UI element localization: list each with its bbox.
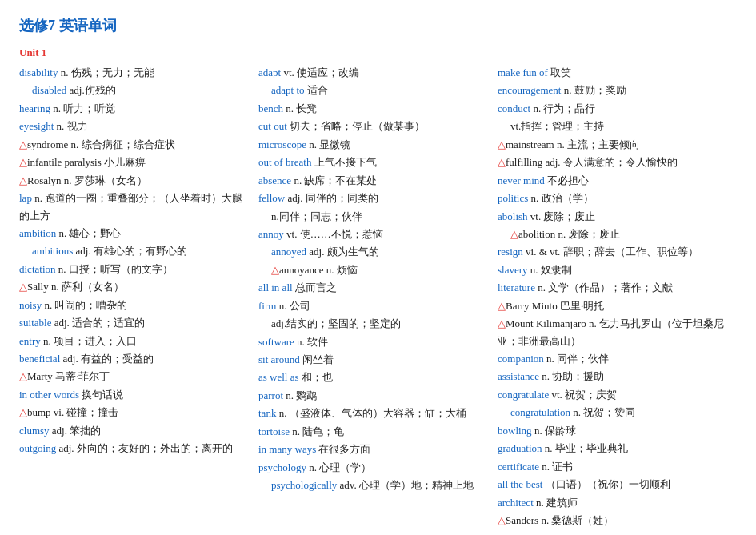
entry: △Rosalyn n. 罗莎琳（女名） — [19, 172, 250, 189]
entry: △Mount Kilimanjaro n. 乞力马扎罗山（位于坦桑尼亚；非洲最高… — [498, 315, 729, 349]
entry: architect n. 建筑师 — [498, 494, 729, 511]
entry: as well as 和；也 — [258, 369, 490, 385]
entry: △Sally n. 萨利（女名） — [19, 278, 250, 295]
main-content: disability n. 伤残；无力；无能disabled adj.伤残的he… — [19, 64, 737, 529]
entry: ambitious adj. 有雄心的；有野心的 — [19, 242, 250, 259]
entry: bowling n. 保龄球 — [498, 422, 729, 439]
entry: make fun of 取笑 — [498, 64, 729, 81]
entry: n.同伴；同志；伙伴 — [258, 208, 490, 225]
entry: △bump vi. 碰撞；撞击 — [19, 404, 250, 421]
entry: annoyed adj. 颇为生气的 — [258, 243, 490, 260]
entry: all the best （口语）（祝你）一切顺利 — [498, 476, 729, 493]
entry: in other words 换句话说 — [19, 386, 250, 403]
entry: dictation n. 口授；听写（的文字） — [19, 261, 250, 277]
entry: parrot n. 鹦鹉 — [258, 387, 490, 404]
entry: △mainstream n. 主流；主要倾向 — [498, 136, 729, 153]
entry: suitable adj. 适合的；适宜的 — [19, 314, 250, 331]
entry: assistance n. 协助；援助 — [498, 368, 729, 385]
entry: vt.指挥；管理；主持 — [498, 118, 729, 134]
entry: ambition n. 雄心；野心 — [19, 225, 250, 242]
entry: disability n. 伤残；无力；无能 — [19, 64, 250, 81]
entry: politics n. 政治（学） — [498, 190, 729, 206]
entry: adapt vt. 使适应；改编 — [258, 64, 490, 81]
entry: clumsy adj. 笨拙的 — [19, 422, 250, 439]
entry: lap n. 跑道的一圈；重叠部分；（人坐着时）大腿的上方 — [19, 190, 250, 224]
entry: congratulate vt. 祝贺；庆贺 — [498, 386, 729, 403]
entry: tank n. （盛液体、气体的）大容器；缸；大桶 — [258, 405, 490, 421]
entry: fellow adj. 同伴的；同类的 — [258, 190, 490, 206]
entry: abolish vt. 废除；废止 — [498, 208, 729, 225]
entry: absence n. 缺席；不在某处 — [258, 172, 490, 189]
entry: resign vi. & vt. 辞职；辞去（工作、职位等） — [498, 243, 729, 260]
entry: outgoing adj. 外向的；友好的；外出的；离开的 — [19, 440, 250, 457]
page-title: 选修7 英语单词 — [19, 16, 737, 35]
entry: graduation n. 毕业；毕业典礼 — [498, 440, 729, 457]
entry: bench n. 长凳 — [258, 100, 490, 117]
entry: △abolition n. 废除；废止 — [498, 226, 729, 242]
column-2: adapt vt. 使适应；改编adapt to 适合bench n. 长凳cu… — [258, 64, 498, 529]
entry: △annoyance n. 烦恼 — [258, 262, 490, 278]
column-1: disability n. 伤残；无力；无能disabled adj.伤残的he… — [19, 64, 258, 529]
entry: all in all 总而言之 — [258, 279, 490, 296]
entry: △infantile paralysis 小儿麻痹 — [19, 154, 250, 170]
entry: psychologically adv. 心理（学）地；精神上地 — [258, 477, 490, 493]
entry: △fulfilling adj. 令人满意的；令人愉快的 — [498, 154, 729, 170]
entry: sit around 闲坐着 — [258, 351, 490, 368]
entry: slavery n. 奴隶制 — [498, 262, 729, 278]
entry: entry n. 项目；进入；入口 — [19, 333, 250, 349]
entry: companion n. 同伴；伙伴 — [498, 350, 729, 367]
entry: tortoise n. 陆龟；龟 — [258, 423, 490, 440]
unit-label: Unit 1 — [19, 46, 737, 59]
entry: beneficial adj. 有益的；受益的 — [19, 350, 250, 367]
entry: certificate n. 证书 — [498, 458, 729, 475]
entry: encouragement n. 鼓励；奖励 — [498, 82, 729, 98]
entry: △Barry Minto 巴里·明托 — [498, 297, 729, 314]
entry: △syndrome n. 综合病征；综合症状 — [19, 136, 250, 153]
column-3: make fun of 取笑encouragement n. 鼓励；奖励cond… — [498, 64, 737, 529]
entry: out of breath 上气不接下气 — [258, 154, 490, 170]
entry: conduct n. 行为；品行 — [498, 100, 729, 117]
entry: △Marty 马蒂·菲尔丁 — [19, 368, 250, 385]
entry: adapt to 适合 — [258, 82, 490, 98]
entry: adj.结实的；坚固的；坚定的 — [258, 315, 490, 332]
entry: cut out 切去；省略；停止（做某事） — [258, 118, 490, 134]
entry: never mind 不必担心 — [498, 172, 729, 189]
entry: annoy vt. 使……不悦；惹恼 — [258, 226, 490, 242]
entry: eyesight n. 视力 — [19, 118, 250, 134]
entry: noisy n. 叫闹的；嘈杂的 — [19, 297, 250, 313]
entry: in many ways 在很多方面 — [258, 441, 490, 457]
entry: literature n. 文学（作品）；著作；文献 — [498, 279, 729, 296]
entry: software n. 软件 — [258, 333, 490, 350]
entry: congratulation n. 祝贺；赞同 — [498, 404, 729, 421]
entry: microscope n. 显微镜 — [258, 136, 490, 153]
entry: firm n. 公司 — [258, 297, 490, 314]
entry: psychology n. 心理（学） — [258, 459, 490, 476]
entry: disabled adj.伤残的 — [19, 82, 250, 98]
entry: △Sanders n. 桑德斯（姓） — [498, 512, 729, 529]
entry: hearing n. 听力；听觉 — [19, 100, 250, 117]
